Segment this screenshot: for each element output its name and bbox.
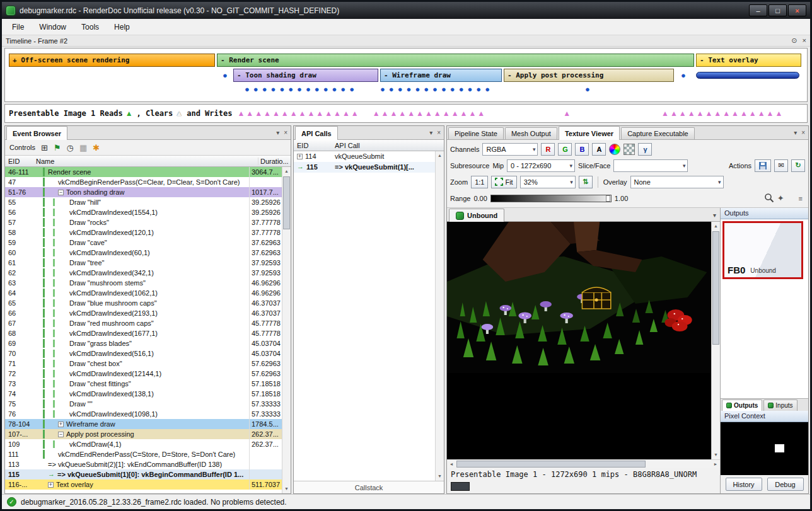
menu-item[interactable]: Help (107, 20, 137, 35)
expander-icon[interactable]: + (58, 422, 64, 427)
writes-markers-group[interactable]: ▲▲▲▲▲▲▲▲▲▲▲▲▲ (373, 110, 486, 117)
scrollbar-vertical[interactable]: ▲ ▼ (282, 167, 291, 493)
timeline-track[interactable]: + Off-screen scene rendering - Render sc… (4, 48, 808, 102)
event-row[interactable]: 55 Draw "hill" 39.25926 (5, 197, 282, 207)
timeline-overlay-span-bar[interactable] (696, 72, 799, 79)
range-slider[interactable] (490, 195, 612, 202)
chevron-down-icon[interactable]: ▾ (276, 129, 279, 136)
event-row[interactable]: 56 vkCmdDrawIndexed(1554,1) 39.25926 (5, 207, 282, 217)
scrollbar-vertical[interactable]: ▲ ▼ (435, 151, 444, 481)
channel-b-toggle[interactable]: B (575, 143, 589, 156)
channel-a-toggle[interactable]: A (592, 143, 606, 156)
timeline-bar-render-scene[interactable]: - Render scene (217, 54, 694, 67)
stats-icon[interactable]: ▦ (79, 144, 87, 152)
column-eid[interactable]: EID (294, 142, 333, 149)
event-row[interactable]: 107-... −Apply post processing 262.37... (5, 429, 282, 439)
timeline-bar-toon-shading[interactable]: - Toon shading draw (233, 69, 378, 82)
zoom-1to1-button[interactable]: 1:1 (471, 176, 488, 188)
tab-mesh-output[interactable]: Mesh Output (505, 127, 557, 139)
checkerboard-background-icon[interactable] (624, 144, 635, 155)
time-durations-icon[interactable]: ◷ (67, 144, 74, 152)
tab-api-calls[interactable]: API Calls (295, 126, 338, 140)
event-row[interactable]: 59 Draw "cave" 37.62963 (5, 238, 282, 248)
timeline-draw-dots-toon[interactable]: ●●●●●●●●●●●●● (245, 85, 358, 93)
fit-button[interactable]: Fit (491, 176, 516, 188)
column-eid[interactable]: EID (5, 158, 34, 165)
texture-scene[interactable] (447, 222, 720, 373)
close-icon[interactable]: × (801, 129, 805, 136)
scrollbar-vertical[interactable]: ▲ ▼ (711, 222, 720, 459)
event-row[interactable]: 69 Draw "grass blades" 45.03704 (5, 338, 282, 348)
timeline-event-dot[interactable]: ● (223, 71, 228, 79)
event-row[interactable]: 70 vkCmdDrawIndexed(516,1) 45.03704 (5, 348, 282, 359)
event-row[interactable]: 76 vkCmdDrawIndexed(1098,1) 57.33333 (5, 409, 282, 419)
tab-capture-executable[interactable]: Capture Executable (621, 127, 695, 139)
event-row[interactable]: 72 vkCmdDrawIndexed(12144,1) 57.62963 (5, 369, 282, 379)
timeline-bar-offscreen[interactable]: + Off-screen scene rendering (9, 54, 215, 67)
scroll-up-icon[interactable]: ▲ (712, 222, 720, 231)
maximize-button[interactable]: □ (768, 4, 787, 16)
history-button[interactable]: History (726, 478, 762, 491)
timeline-resource-usage[interactable]: Presentable Image 1 Reads ▲ , Clears ▲ a… (4, 104, 808, 123)
event-row[interactable]: 51-76 −Toon shading draw 1017.7... (5, 187, 282, 197)
range-handle[interactable] (606, 195, 610, 202)
timeline-panel-header[interactable]: Timeline - Frame #2 ⊙ × (2, 35, 810, 47)
menu-item[interactable]: File (4, 20, 32, 35)
scroll-thumb[interactable] (283, 176, 290, 229)
scroll-thumb[interactable] (456, 461, 646, 468)
column-api-call[interactable]: API Call (333, 142, 444, 149)
event-row[interactable]: 68 vkCmdDrawIndexed(1677,1) 45.77778 (5, 328, 282, 338)
timeline-bar-text-overlay[interactable]: - Text overlay (696, 54, 801, 67)
scroll-down-icon[interactable]: ▼ (282, 485, 291, 493)
event-row[interactable]: 73 Draw "chest fittings" 57.18518 (5, 379, 282, 389)
menu-item[interactable]: Tools (74, 20, 107, 35)
select-columns-icon[interactable]: ⊞ (41, 144, 48, 152)
scroll-down-icon[interactable]: ▼ (712, 451, 720, 459)
channel-g-toggle[interactable]: G (558, 143, 572, 156)
expander-icon[interactable]: + (48, 482, 54, 488)
tab-outputs[interactable]: Outputs (722, 399, 762, 411)
titlebar[interactable]: debugmarker.rdc - RenderDoc Unofficial r… (2, 2, 810, 19)
event-row[interactable]: 109 vkCmdDraw(4,1) 262.37... (5, 439, 282, 449)
scroll-up-icon[interactable]: ▲ (282, 167, 291, 176)
timeline-bar-wireframe[interactable]: - Wireframe draw (380, 69, 502, 82)
event-row[interactable]: 67 Draw "red mushroom caps" 45.77778 (5, 318, 282, 328)
menu-item[interactable]: Window (32, 20, 74, 35)
event-row[interactable]: 78-104 +Wireframe draw 1784.5... (5, 419, 282, 429)
tab-inputs[interactable]: Inputs (763, 399, 797, 411)
event-row[interactable]: 66 vkCmdDrawIndexed(2193,1) 46.37037 (5, 308, 282, 318)
overlay-dropdown[interactable]: None (630, 176, 724, 188)
channel-r-toggle[interactable]: R (541, 143, 555, 156)
minimize-button[interactable]: – (749, 4, 767, 16)
event-row[interactable]: 63 Draw "mushroom stems" 46.96296 (5, 278, 282, 288)
callstack-section[interactable]: Callstack (294, 481, 444, 493)
refresh-icon[interactable]: ↻ (791, 159, 805, 172)
event-row[interactable]: 113 => vkQueueSubmit(2)[1]: vkEndCommand… (5, 459, 282, 469)
scrollbar-horizontal[interactable]: ◄ ► (447, 459, 720, 468)
expander-icon[interactable]: + (297, 154, 303, 159)
event-row[interactable]: 65 Draw "blue mushroom caps" 46.37037 (5, 298, 282, 308)
pin-icon[interactable]: ⊙ (791, 37, 797, 45)
auto-fit-wand-icon[interactable]: ✦ (777, 193, 784, 203)
event-row[interactable]: 46-111 Render scene 3064.7... (5, 167, 282, 177)
gamma-toggle[interactable]: γ (638, 143, 652, 156)
chevron-down-icon[interactable]: ▾ (713, 212, 720, 221)
event-row[interactable]: 74 vkCmdDrawIndexed(138,1) 57.18518 (5, 389, 282, 399)
chevron-down-icon[interactable]: ▾ (794, 129, 797, 136)
tab-texture-viewer[interactable]: Texture Viewer (559, 126, 620, 140)
event-row[interactable]: 115 →=> vkQueueSubmit(1)[0]: vkBeginComm… (5, 469, 282, 479)
expander-icon[interactable]: − (58, 190, 64, 195)
bookmark-flag-icon[interactable]: ⚑ (54, 144, 61, 152)
timeline-event-dot[interactable]: ● (681, 71, 686, 79)
writes-markers-group[interactable]: ▲ (563, 110, 572, 117)
mip-dropdown[interactable]: 0 - 1272x690 (507, 159, 575, 172)
scroll-up-icon[interactable]: ▲ (436, 151, 444, 160)
save-texture-icon[interactable] (755, 159, 771, 172)
close-icon[interactable]: × (803, 37, 806, 45)
api-call-row[interactable]: +114 vkQueueSubmit (294, 151, 435, 162)
magnifier-icon[interactable] (764, 193, 774, 204)
find-event-icon[interactable]: ✱ (93, 144, 100, 152)
texture-viewport[interactable]: ▲ ▼ (447, 222, 720, 459)
color-wheel-icon[interactable] (609, 144, 620, 155)
event-row[interactable]: 71 Draw "chest box" 57.62963 (5, 359, 282, 369)
